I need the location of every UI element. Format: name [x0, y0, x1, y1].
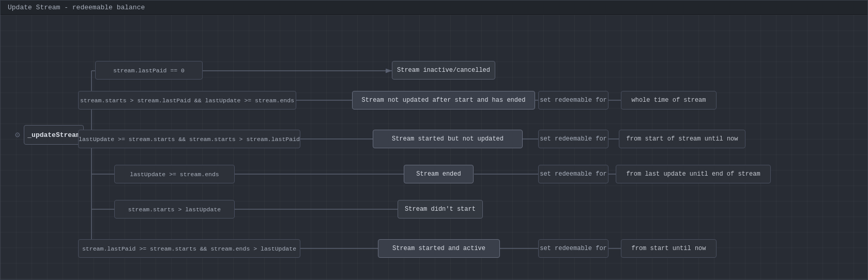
cond4-label: lastUpdate >= stream.ends	[130, 171, 219, 178]
cond6-label: stream.lastPaid >= stream.starts && stre…	[82, 245, 296, 252]
state3-label: Stream started but not updated	[392, 135, 504, 143]
result4-label: from last update unitl end of stream	[626, 170, 760, 178]
action4-label: set redeemable for	[540, 170, 607, 178]
cond-node-6: stream.lastPaid >= stream.starts && stre…	[78, 239, 300, 258]
result-node-6: from start until now	[621, 239, 717, 258]
action-node-2: set redeemable for	[538, 91, 608, 110]
state-node-3: Stream started but not updated	[373, 130, 523, 148]
side-icon: ⚙	[15, 130, 20, 140]
state-node-4: Stream ended	[404, 165, 474, 183]
result-node-3: from start of stream until now	[619, 130, 745, 148]
state-node-6: Stream started and active	[378, 239, 500, 258]
cond1-label: stream.lastPaid == 0	[113, 67, 185, 74]
result-node-4: from last update unitl end of stream	[616, 165, 771, 183]
state5-label: Stream didn't start	[405, 206, 476, 213]
cond-node-4: lastUpdate >= stream.ends	[114, 165, 235, 183]
state2-label: Stream not updated after start and has e…	[362, 97, 526, 104]
state-node-2: Stream not updated after start and has e…	[352, 91, 535, 110]
window-title: Update Stream - redeemable balance	[8, 4, 145, 11]
diagram-area: _updateStream ⚙ stream.lastPaid == 0 str…	[1, 15, 867, 279]
action-node-6: set redeemable for	[538, 239, 608, 258]
state-node-5: Stream didn't start	[398, 200, 483, 219]
cond-node-3: lastUpdate >= stream.starts && stream.st…	[78, 130, 300, 148]
window: Update Stream - redeemable balance	[0, 0, 868, 280]
title-bar: Update Stream - redeemable balance	[1, 1, 867, 15]
cond-node-1: stream.lastPaid == 0	[95, 61, 203, 80]
action2-label: set redeemable for	[540, 97, 607, 104]
result-node-2: whole time of stream	[621, 91, 717, 110]
cond-node-5: stream.starts > lastUpdate	[114, 200, 235, 219]
action6-label: set redeemable for	[540, 245, 607, 252]
cond5-label: stream.starts > lastUpdate	[128, 206, 221, 213]
result2-label: whole time of stream	[631, 97, 706, 104]
cond-node-2: stream.starts > stream.lastPaid && lastU…	[78, 91, 296, 110]
state1-label: Stream inactive/cancelled	[397, 67, 490, 74]
cond2-label: stream.starts > stream.lastPaid && lastU…	[80, 97, 294, 104]
result6-label: from start until now	[631, 245, 706, 252]
cond3-label: lastUpdate >= stream.starts && stream.st…	[79, 136, 300, 143]
state6-label: Stream started and active	[392, 245, 485, 252]
action-node-4: set redeemable for	[538, 165, 608, 183]
start-node-label: _updateStream	[27, 131, 80, 139]
state4-label: Stream ended	[416, 170, 461, 178]
action-node-3: set redeemable for	[538, 130, 608, 148]
start-node: _updateStream	[24, 125, 84, 145]
state-node-1: Stream inactive/cancelled	[392, 61, 495, 80]
result3-label: from start of stream until now	[626, 135, 738, 143]
action3-label: set redeemable for	[540, 135, 607, 143]
